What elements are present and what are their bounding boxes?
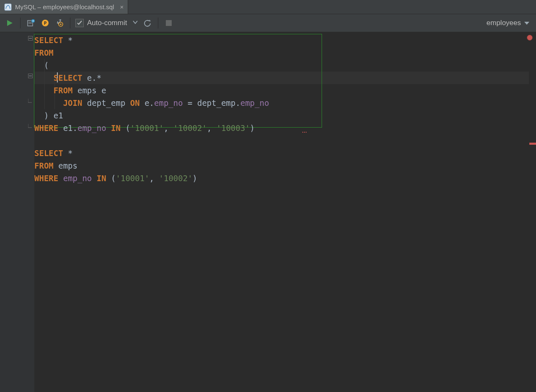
explain-plan-button[interactable]	[26, 18, 36, 28]
svg-rect-9	[166, 20, 172, 26]
fold-handle-icon[interactable]	[28, 36, 33, 41]
close-icon[interactable]: ×	[120, 3, 124, 10]
code-line[interactable]	[34, 134, 536, 147]
separator	[70, 18, 70, 28]
separator	[158, 18, 158, 28]
gutter[interactable]	[0, 32, 34, 392]
checkbox-icon	[75, 19, 84, 27]
code-line[interactable]: (	[34, 59, 536, 72]
code-line[interactable]: WHERE emp_no IN ('10001', '10002')	[34, 172, 536, 184]
auto-commit-label: Auto-commit	[87, 19, 127, 27]
tab-title: MySQL – employees@localhost.sql	[15, 3, 114, 10]
code-line[interactable]: FROM emps e	[34, 84, 536, 97]
editor-area: SELECT * FROM ( SELECT e.* FROM emps e J…	[0, 32, 536, 392]
svg-text:P: P	[44, 20, 47, 26]
toolbar: P Auto-commit employees	[0, 14, 536, 32]
code-line[interactable]: WHERE e1.emp_no IN ('10001', '10002', '1…	[34, 122, 536, 134]
run-button[interactable]	[4, 18, 15, 28]
code-line[interactable]: FROM emps	[34, 159, 536, 172]
code-line[interactable]: ) e1	[34, 109, 536, 122]
separator	[20, 18, 21, 28]
rollback-button[interactable]	[142, 18, 153, 28]
schema-name: employees	[487, 19, 521, 27]
code-line[interactable]: SELECT *	[34, 147, 536, 159]
code-line[interactable]: FROM	[34, 46, 536, 59]
auto-commit-toggle[interactable]: Auto-commit	[75, 19, 139, 28]
code-editor[interactable]: SELECT * FROM ( SELECT e.* FROM emps e J…	[34, 32, 536, 392]
code-line[interactable]: SELECT e.*	[34, 72, 536, 84]
error-squiggle	[302, 132, 307, 133]
fold-end-icon[interactable]	[28, 98, 33, 103]
fold-end-icon[interactable]	[28, 123, 33, 128]
editor-tab[interactable]: MySQL – employees@localhost.sql ×	[0, 0, 128, 14]
mysql-file-icon	[4, 3, 12, 11]
chevron-down-icon	[132, 19, 139, 28]
code-line[interactable]: JOIN dept_emp ON e.emp_no = dept_emp.emp…	[34, 97, 536, 109]
tab-bar: MySQL – employees@localhost.sql ×	[0, 0, 536, 14]
stop-button[interactable]	[163, 18, 174, 28]
svg-rect-0	[5, 4, 11, 10]
code-line[interactable]: SELECT *	[34, 34, 536, 46]
parameters-button[interactable]: P	[40, 18, 51, 28]
fold-handle-icon[interactable]	[28, 73, 33, 78]
dropdown-triangle-icon	[524, 22, 529, 25]
schema-selector[interactable]: employees	[487, 19, 532, 27]
svg-point-8	[60, 23, 62, 25]
settings-button[interactable]	[54, 18, 65, 28]
